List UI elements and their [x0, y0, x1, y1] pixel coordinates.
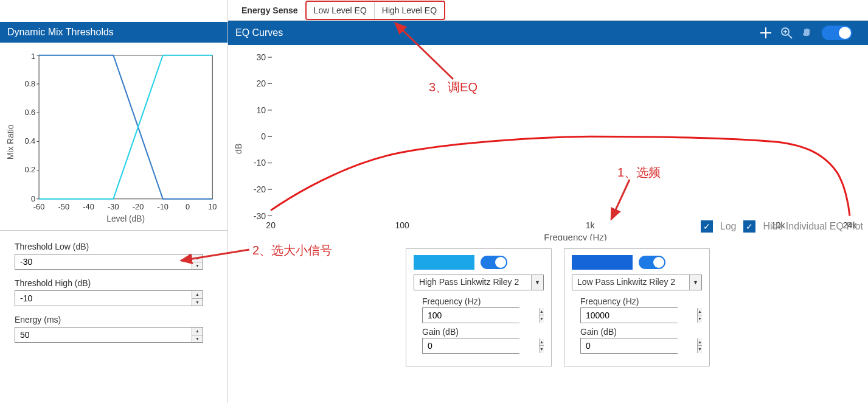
svg-text:10: 10 [208, 202, 217, 211]
spin-down-icon[interactable]: ▼ [540, 346, 544, 353]
eq-curves-header: EQ Curves [228, 21, 868, 45]
threshold-high-input[interactable]: ▲▼ [15, 290, 203, 306]
filter2-color-swatch[interactable] [572, 255, 633, 270]
svg-text:dB: dB [234, 144, 243, 154]
spin-up-icon[interactable]: ▲ [540, 308, 544, 316]
tab-high-level-eq[interactable]: High Level EQ [374, 2, 444, 19]
svg-text:-20: -20 [254, 184, 266, 194]
zoom-in-icon[interactable] [780, 27, 793, 39]
svg-text:10: 10 [257, 105, 266, 115]
filter2-freq-label: Frequency (Hz) [580, 296, 702, 306]
filter1-gain-input[interactable]: ▲▼ [422, 338, 519, 354]
svg-rect-1 [39, 55, 212, 199]
svg-text:-30: -30 [254, 211, 266, 221]
threshold-high-label: Threshold High (dB) [15, 278, 213, 288]
filter1-type-select[interactable]: High Pass Linkwitz Riley 2 ▼ [414, 275, 544, 290]
spin-up-icon[interactable]: ▲ [540, 338, 544, 346]
svg-text:-10: -10 [254, 158, 266, 167]
spin-down-icon[interactable]: ▼ [192, 299, 203, 306]
tab-energy-sense[interactable]: Energy Sense [234, 2, 305, 19]
svg-text:-10: -10 [158, 202, 168, 211]
filter1-toggle[interactable] [481, 256, 507, 269]
annotation-2: 2、选大小信号 [252, 242, 332, 259]
threshold-low-value[interactable] [15, 254, 192, 269]
eq-tabs-highlight: Low Level EQ High Level EQ [305, 1, 445, 20]
svg-line-26 [788, 35, 792, 38]
svg-text:0.8: 0.8 [24, 79, 35, 88]
svg-text:0.4: 0.4 [24, 136, 35, 145]
energy-value[interactable] [15, 328, 192, 342]
eq-chart: dB 30 20 10 0 -10 -20 -30 20 [228, 45, 868, 242]
threshold-low-label: Threshold Low (dB) [15, 242, 213, 251]
svg-text:-50: -50 [58, 202, 69, 211]
spin-down-icon[interactable]: ▼ [698, 346, 702, 353]
filter2-type-select[interactable]: Low Pass Linkwitz Riley 2 ▼ [572, 275, 702, 290]
svg-text:0.6: 0.6 [24, 108, 35, 117]
spin-down-icon[interactable]: ▼ [192, 262, 203, 270]
svg-text:Frequency (Hz): Frequency (Hz) [544, 232, 606, 240]
svg-text:-40: -40 [83, 202, 94, 211]
threshold-low-input[interactable]: ▲▼ [15, 254, 203, 270]
svg-text:0: 0 [261, 131, 266, 141]
filter-panel-2: Low Pass Linkwitz Riley 2 ▼ Frequency (H… [564, 248, 710, 366]
spin-down-icon[interactable]: ▼ [540, 315, 544, 323]
filter1-type-value: High Pass Linkwitz Riley 2 [414, 275, 531, 290]
svg-text:0.2: 0.2 [24, 165, 35, 174]
filter2-gain-input[interactable]: ▲▼ [580, 338, 678, 354]
filter2-freq-input[interactable]: ▲▼ [580, 307, 678, 323]
threshold-high-value[interactable] [15, 291, 192, 306]
filter1-freq-input[interactable]: ▲▼ [422, 307, 519, 323]
svg-text:Level (dB): Level (dB) [106, 214, 145, 223]
log-label: Log [720, 221, 737, 232]
filter2-type-value: Low Pass Linkwitz Riley 2 [572, 275, 689, 290]
svg-text:1k: 1k [586, 220, 595, 230]
eq-toggle[interactable] [822, 26, 852, 40]
hide-label: Hide Individual EQ Plot [763, 221, 863, 232]
pan-hand-icon[interactable] [801, 27, 813, 39]
svg-text:1: 1 [31, 52, 35, 61]
svg-text:-60: -60 [33, 202, 44, 211]
chevron-down-icon[interactable]: ▼ [689, 275, 701, 290]
tab-low-level-eq[interactable]: Low Level EQ [307, 2, 374, 19]
svg-text:30: 30 [257, 52, 266, 62]
filter2-gain-label: Gain (dB) [580, 327, 702, 337]
mix-thresholds-header: Dynamic Mix Thresholds [0, 22, 227, 43]
svg-text:0: 0 [186, 202, 190, 211]
mix-chart: Mix Ratio 0 0.2 0.4 0.6 0.8 1 -6 [0, 43, 227, 231]
spin-up-icon[interactable]: ▲ [698, 308, 702, 316]
svg-text:-30: -30 [108, 202, 119, 211]
svg-text:Mix Ratio: Mix Ratio [6, 124, 15, 159]
svg-text:-20: -20 [133, 202, 144, 211]
svg-text:20: 20 [266, 220, 276, 230]
spin-up-icon[interactable]: ▲ [192, 328, 203, 335]
spin-down-icon[interactable]: ▼ [192, 335, 203, 343]
chevron-down-icon[interactable]: ▼ [531, 275, 543, 290]
svg-text:100: 100 [395, 220, 409, 230]
filter2-toggle[interactable] [639, 256, 665, 269]
svg-text:20: 20 [257, 79, 266, 88]
spin-down-icon[interactable]: ▼ [698, 315, 702, 323]
filter1-color-swatch[interactable] [414, 255, 474, 270]
hide-checkbox[interactable]: ✓ [743, 220, 755, 233]
spin-up-icon[interactable]: ▲ [192, 254, 203, 262]
filter1-gain-label: Gain (dB) [422, 327, 544, 337]
energy-label: Energy (ms) [15, 315, 213, 324]
filter-panel-1: High Pass Linkwitz Riley 2 ▼ Frequency (… [406, 248, 552, 366]
filter1-freq-label: Frequency (Hz) [422, 296, 544, 306]
log-checkbox[interactable]: ✓ [701, 220, 713, 233]
spin-up-icon[interactable]: ▲ [192, 291, 203, 299]
svg-text:0: 0 [31, 194, 35, 203]
crosshair-icon[interactable] [760, 27, 772, 39]
eq-curves-title: EQ Curves [235, 27, 283, 38]
spin-up-icon[interactable]: ▲ [698, 338, 702, 346]
energy-input[interactable]: ▲▼ [15, 327, 203, 343]
